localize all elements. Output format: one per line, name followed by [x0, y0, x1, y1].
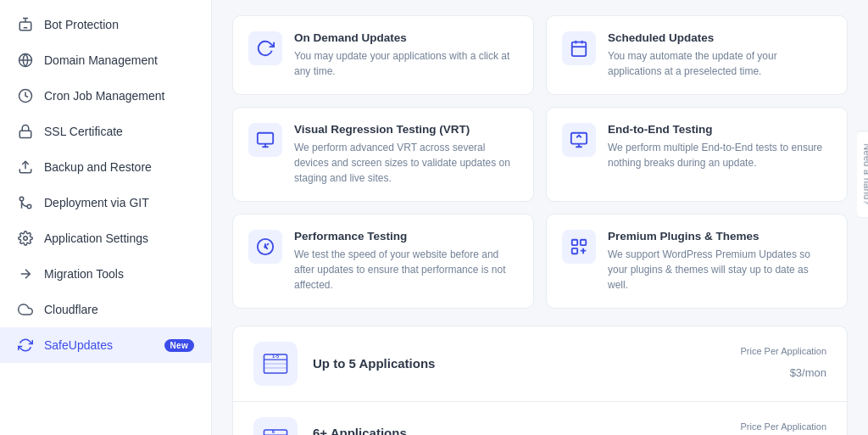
svg-point-6 [19, 197, 24, 201]
pricing-amount-5: $3/mon [790, 358, 826, 381]
premium-title: Premium Plugins & Themes [608, 230, 832, 243]
sidebar-item-migration[interactable]: Migration Tools [0, 256, 211, 292]
svg-point-7 [24, 237, 28, 241]
sidebar-item-label: Bot Protection [44, 18, 119, 31]
sidebar-item-label: Cron Job Management [44, 89, 164, 103]
pricing-section: 1-5 Up to 5 Applications Price Per Appli… [232, 326, 848, 435]
clock-icon [17, 87, 34, 104]
pricing-info-5: Up to 5 Applications [313, 356, 726, 372]
on-demand-title: On Demand Updates [294, 31, 518, 44]
domain-icon [17, 52, 34, 69]
pricing-icon-5: 1-5 [253, 342, 298, 386]
on-demand-desc: You may update your applications with a … [294, 48, 518, 79]
premium-content: Premium Plugins & Themes We support Word… [608, 230, 832, 293]
backup-icon [17, 159, 34, 176]
svg-rect-12 [258, 133, 273, 144]
sidebar-item-cron[interactable]: Cron Job Management [0, 78, 211, 114]
scheduled-desc: You may automate the update of your appl… [608, 48, 832, 79]
svg-text:1-5: 1-5 [272, 354, 279, 359]
sidebar-item-bot-protection[interactable]: Bot Protection [0, 7, 211, 42]
main-content: On Demand Updates You may update your ap… [212, 0, 868, 435]
on-demand-content: On Demand Updates You may update your ap… [294, 31, 518, 79]
settings-icon [17, 230, 34, 247]
new-badge: New [164, 339, 194, 352]
vrt-title: Visual Regression Testing (VRT) [294, 123, 518, 136]
svg-rect-8 [572, 42, 587, 56]
sidebar-item-label: Domain Management [44, 53, 158, 67]
pricing-icon-6plus: 6 [253, 417, 298, 435]
premium-desc: We support WordPress Premium Updates so … [608, 247, 832, 293]
sidebar: Bot Protection Domain Management Cron Jo… [0, 0, 212, 435]
scheduled-title: Scheduled Updates [608, 31, 832, 44]
performance-title: Performance Testing [294, 230, 518, 243]
pricing-title-6plus: 6+ Applications [313, 426, 726, 436]
sidebar-item-deployment[interactable]: Deployment via GIT [0, 185, 211, 220]
sidebar-item-safeupdates[interactable]: SafeUpdates New [0, 327, 211, 363]
svg-rect-0 [19, 22, 31, 31]
sidebar-item-backup[interactable]: Backup and Restore [0, 149, 211, 185]
e2e-content: End-to-End Testing We perform multiple E… [608, 123, 832, 170]
sidebar-item-domain[interactable]: Domain Management [0, 42, 211, 78]
sidebar-item-label: Application Settings [44, 231, 148, 245]
pricing-label-6plus: Price Per Application [741, 421, 827, 432]
cloud-icon [17, 301, 34, 318]
pricing-price-5: Price Per Application $3/mon [741, 346, 827, 382]
svg-rect-17 [572, 240, 577, 245]
vrt-desc: We perform advanced VRT across several d… [294, 140, 518, 186]
pricing-row-5: 1-5 Up to 5 Applications Price Per Appli… [233, 326, 847, 401]
feature-card-scheduled: Scheduled Updates You may automate the u… [546, 15, 848, 95]
e2e-title: End-to-End Testing [608, 123, 832, 136]
feature-card-e2e: End-to-End Testing We perform multiple E… [546, 107, 848, 202]
vrt-icon [248, 123, 282, 157]
need-hand-tab[interactable]: Need a hand? [858, 131, 869, 218]
svg-rect-3 [19, 131, 31, 137]
pricing-label-5: Price Per Application [741, 346, 827, 356]
sidebar-item-ssl[interactable]: SSL Certificate [0, 114, 211, 149]
sidebar-item-label: SafeUpdates [44, 338, 113, 352]
features-grid: On Demand Updates You may update your ap… [232, 15, 848, 309]
feature-card-vrt: Visual Regression Testing (VRT) We perfo… [232, 107, 534, 202]
performance-desc: We test the speed of your website before… [294, 247, 518, 293]
sidebar-item-label: SSL Certificate [44, 125, 123, 138]
migration-icon [17, 265, 34, 282]
pricing-price-6plus: Price Per Application $2/mon [741, 421, 827, 435]
sidebar-item-label: Deployment via GIT [44, 196, 149, 209]
pricing-row-6plus: 6 6+ Applications Save an extra $1 when … [233, 401, 847, 435]
svg-rect-25 [264, 430, 287, 435]
e2e-desc: We perform multiple End-to-End tests to … [608, 140, 832, 170]
sidebar-item-label: Backup and Restore [44, 160, 152, 174]
performance-content: Performance Testing We test the speed of… [294, 230, 518, 293]
lock-icon [17, 123, 34, 140]
svg-rect-19 [572, 248, 577, 254]
sidebar-item-cloudflare[interactable]: Cloudflare [0, 292, 211, 327]
premium-icon [562, 230, 596, 264]
git-icon [17, 194, 34, 211]
e2e-icon [562, 123, 596, 157]
on-demand-icon [248, 31, 282, 65]
sidebar-item-label: Migration Tools [44, 267, 124, 281]
pricing-title-5: Up to 5 Applications [313, 356, 726, 371]
feature-card-premium: Premium Plugins & Themes We support Word… [546, 214, 848, 309]
feature-card-on-demand: On Demand Updates You may update your ap… [232, 15, 534, 95]
update-icon [17, 337, 34, 354]
svg-text:6: 6 [272, 428, 275, 434]
scheduled-content: Scheduled Updates You may automate the u… [608, 31, 832, 79]
performance-icon [248, 230, 282, 264]
bot-icon [17, 16, 34, 33]
sidebar-item-app-settings[interactable]: Application Settings [0, 220, 211, 256]
vrt-content: Visual Regression Testing (VRT) We perfo… [294, 123, 518, 186]
svg-point-16 [264, 246, 266, 248]
scheduled-icon [562, 31, 596, 65]
svg-rect-18 [581, 240, 586, 245]
pricing-info-6plus: 6+ Applications Save an extra $1 when yo… [313, 426, 726, 436]
sidebar-item-label: Cloudflare [44, 303, 98, 316]
svg-point-5 [27, 204, 31, 209]
feature-card-performance: Performance Testing We test the speed of… [232, 214, 534, 309]
